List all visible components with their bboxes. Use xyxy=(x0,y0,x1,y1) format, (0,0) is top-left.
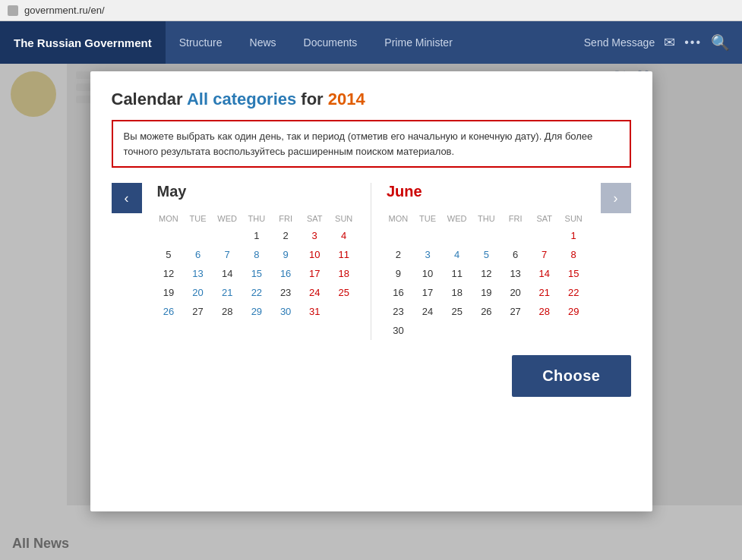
list-item: 14 xyxy=(213,264,242,283)
list-item xyxy=(472,321,501,340)
left-arrow-icon: ‹ xyxy=(125,190,129,206)
may-calendar: May MON TUE WED THU FRI SAT S xyxy=(142,183,371,340)
choose-button[interactable]: Choose xyxy=(512,355,630,397)
list-item: 18 xyxy=(329,264,358,283)
list-item xyxy=(183,226,212,245)
list-item: 27 xyxy=(183,302,212,321)
list-item: 30 xyxy=(384,321,413,340)
list-item: 13 xyxy=(501,264,530,283)
list-item: 16 xyxy=(384,283,413,302)
list-item: 19 xyxy=(472,283,501,302)
list-item[interactable]: 29 xyxy=(242,302,272,321)
calendar-title-prefix: Calendar xyxy=(112,90,183,109)
list-item xyxy=(501,226,530,245)
list-item xyxy=(213,226,242,245)
june-dow-wed: WED xyxy=(442,211,472,226)
list-item[interactable]: 20 xyxy=(183,283,212,302)
list-item xyxy=(413,226,442,245)
page-content: 𝕏 ⌘ All News Calendar All categories for… xyxy=(0,64,742,560)
list-item[interactable]: 8 xyxy=(242,245,272,264)
list-item[interactable]: 3 xyxy=(413,245,442,264)
may-title: May xyxy=(154,183,359,200)
list-item: 4 xyxy=(329,226,358,245)
list-item: 27 xyxy=(501,302,530,321)
list-item[interactable]: 21 xyxy=(213,283,242,302)
june-dow-tue: TUE xyxy=(413,211,442,226)
list-item xyxy=(154,226,184,245)
list-item[interactable]: 9 xyxy=(271,245,300,264)
list-item xyxy=(442,321,472,340)
list-item[interactable]: 13 xyxy=(183,264,212,283)
may-dow-sun: SUN xyxy=(329,211,358,226)
browser-favicon xyxy=(8,5,18,16)
list-item: 23 xyxy=(384,302,413,321)
list-item[interactable]: 10 xyxy=(300,245,329,264)
list-item: 12 xyxy=(154,264,184,283)
may-dow-thu: THU xyxy=(242,211,272,226)
nav-link-documents[interactable]: Documents xyxy=(290,21,371,64)
list-item: 28 xyxy=(213,302,242,321)
table-row: 12131415161718 xyxy=(154,264,359,283)
list-item: 22 xyxy=(559,283,589,302)
next-month-button[interactable]: › xyxy=(601,183,631,213)
envelope-icon[interactable]: ✉ xyxy=(664,34,675,51)
list-item[interactable]: 24 xyxy=(300,283,329,302)
table-row: 23242526272829 xyxy=(384,302,589,321)
may-dow-fri: FRI xyxy=(271,211,300,226)
list-item xyxy=(442,226,472,245)
prev-month-button[interactable]: ‹ xyxy=(112,183,142,213)
list-item: 9 xyxy=(384,264,413,283)
list-item[interactable]: 15 xyxy=(242,264,272,283)
may-grid: MON TUE WED THU FRI SAT SUN 123456789101… xyxy=(154,211,359,321)
list-item xyxy=(329,302,358,321)
navigation: The Russian Government Structure News Do… xyxy=(0,21,742,64)
calendar-container: ‹ May MON TUE WED THU xyxy=(112,183,631,340)
browser-bar: government.ru/en/ xyxy=(0,0,742,21)
list-item: 29 xyxy=(559,302,589,321)
calendar-title: Calendar All categories for 2014 xyxy=(112,90,631,109)
browser-url: government.ru/en/ xyxy=(24,5,105,16)
list-item: 14 xyxy=(530,264,559,283)
list-item: 26 xyxy=(472,302,501,321)
list-item[interactable]: 6 xyxy=(183,245,212,264)
table-row: 1234 xyxy=(154,226,359,245)
list-item xyxy=(559,321,589,340)
list-item[interactable]: 26 xyxy=(154,302,184,321)
list-item: 1 xyxy=(559,226,589,245)
list-item: 28 xyxy=(530,302,559,321)
june-dow-fri: FRI xyxy=(501,211,530,226)
list-item[interactable]: 4 xyxy=(442,245,472,264)
categories-link[interactable]: All categories xyxy=(187,90,296,109)
nav-link-news[interactable]: News xyxy=(236,21,290,64)
list-item: 8 xyxy=(559,245,589,264)
list-item[interactable]: 16 xyxy=(271,264,300,283)
list-item[interactable]: 5 xyxy=(472,245,501,264)
table-row: 16171819202122 xyxy=(384,283,589,302)
list-item xyxy=(501,321,530,340)
list-item: 17 xyxy=(413,283,442,302)
list-item[interactable]: 7 xyxy=(530,245,559,264)
list-item: 25 xyxy=(329,283,358,302)
table-row: 1 xyxy=(384,226,589,245)
nav-brand[interactable]: The Russian Government xyxy=(0,21,166,64)
list-item[interactable]: 22 xyxy=(242,283,272,302)
send-message-label[interactable]: Send Message xyxy=(584,36,655,49)
list-item: 19 xyxy=(154,283,184,302)
may-dow-sat: SAT xyxy=(300,211,329,226)
list-item xyxy=(413,321,442,340)
june-dow-mon: MON xyxy=(384,211,413,226)
list-item[interactable]: 7 xyxy=(213,245,242,264)
right-arrow-icon: › xyxy=(614,190,618,206)
nav-link-structure[interactable]: Structure xyxy=(166,21,236,64)
june-grid: MON TUE WED THU FRI SAT SUN 123456789101… xyxy=(384,211,589,340)
search-icon[interactable]: 🔍 xyxy=(711,33,730,52)
nav-links: Structure News Documents Prime Minister xyxy=(166,21,584,64)
june-dow-sat: SAT xyxy=(530,211,559,226)
list-item: 15 xyxy=(559,264,589,283)
list-item: 21 xyxy=(530,283,559,302)
year-link[interactable]: 2014 xyxy=(328,90,365,109)
list-item[interactable]: 30 xyxy=(271,302,300,321)
nav-link-prime-minister[interactable]: Prime Minister xyxy=(371,21,466,64)
list-item: 25 xyxy=(442,302,472,321)
more-icon[interactable]: ••• xyxy=(684,36,702,49)
